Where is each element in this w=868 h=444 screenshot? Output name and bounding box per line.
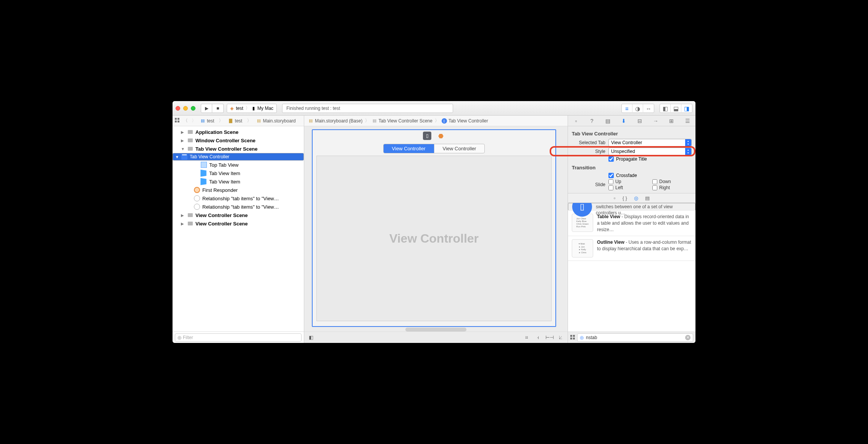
- outline-row-responder[interactable]: First Responder: [173, 186, 304, 194]
- editor-panel: ▤Main.storyboard (Base) 〉 ▤Tab View Cont…: [304, 116, 568, 343]
- zoom-button[interactable]: [191, 106, 195, 111]
- selected-tab-select[interactable]: View Controller▴▾: [608, 139, 692, 146]
- minimize-button[interactable]: [183, 106, 188, 111]
- tab-content-view[interactable]: View Controller: [316, 156, 552, 321]
- style-select[interactable]: Unspecified▴▾: [608, 148, 692, 155]
- nav-forward-button[interactable]: 〉: [192, 117, 196, 124]
- document-outline[interactable]: ▶Application Scene ▶Window Controller Sc…: [173, 126, 304, 331]
- effects-inspector-tab[interactable]: ☰: [684, 118, 691, 124]
- slide-up-option[interactable]: Up: [608, 179, 642, 184]
- clear-search-button[interactable]: ✕: [685, 335, 691, 340]
- close-button[interactable]: [176, 106, 180, 111]
- attributes-inspector-tab[interactable]: ⬇: [620, 118, 627, 124]
- filter-placeholder: Filter: [183, 335, 193, 340]
- nav-back-button[interactable]: 〈: [183, 117, 188, 124]
- outline-row-segue[interactable]: Relationship "tab items" to "View…: [173, 203, 304, 211]
- crumb-project[interactable]: ▤test: [200, 118, 214, 124]
- library-search[interactable]: ◎ nstab ✕: [577, 333, 693, 342]
- toggle-debug-button[interactable]: ⬓: [671, 104, 681, 113]
- transition-header: Transition: [572, 165, 692, 171]
- navigator-tabs: 〈 〉 ▤test 〉 ▇test 〉 ▤Main.storyboard: [173, 116, 304, 126]
- align-button[interactable]: ⊢⊣: [545, 335, 553, 340]
- propagate-title-row: Propagate Title: [608, 156, 692, 162]
- scene-row[interactable]: ▶View Controller Scene: [173, 211, 304, 219]
- scene-icon: [187, 220, 193, 227]
- library-tabs: ▫ { } ◎ ▤: [568, 193, 695, 203]
- outline-toggle-button[interactable]: ◧: [307, 335, 315, 340]
- canvas-tab-1[interactable]: View Controller: [434, 144, 485, 153]
- library-view-mode-button[interactable]: [570, 334, 575, 341]
- crumb-folder[interactable]: ▇test: [228, 118, 242, 124]
- embed-button[interactable]: ⫞: [534, 335, 542, 340]
- editor-footer: ◧ ⌗ ⫞ ⊢⊣ ⟀: [304, 331, 568, 343]
- xcode-app-icon: ◈: [230, 106, 234, 111]
- slide-left-option[interactable]: Left: [608, 185, 642, 190]
- slide-up-checkbox[interactable]: [608, 179, 613, 184]
- scene-icon: [187, 212, 193, 218]
- outline-row-segue[interactable]: Relationship "tab items" to "View…: [173, 194, 304, 203]
- slide-down-option[interactable]: Down: [652, 179, 686, 184]
- folder-icon: ▇: [228, 118, 233, 124]
- pin-button[interactable]: ⟀: [557, 335, 565, 340]
- jump-bar[interactable]: ▤Main.storyboard (Base) 〉 ▤Tab View Cont…: [304, 116, 568, 126]
- scheme-selector[interactable]: ◈ test 〉 ▮ My Mac: [227, 104, 277, 113]
- run-stop-segment: ▶ ■: [201, 104, 224, 113]
- traffic-lights: [176, 106, 195, 111]
- propagate-title-checkbox[interactable]: [608, 156, 614, 162]
- help-inspector-tab[interactable]: ?: [589, 118, 595, 124]
- doc-icon: ▤: [200, 118, 205, 124]
- library-item[interactable]: ▾ Matt ▸ Jon ▸ Kelly ▸ Chris Outline Vie…: [568, 236, 695, 261]
- media-lib-tab[interactable]: ▤: [645, 195, 650, 201]
- canvas-area[interactable]: ▯ ⬣ View Controller View Controller View…: [304, 126, 568, 331]
- canvas-scrollbar[interactable]: [405, 328, 466, 331]
- standard-editor-button[interactable]: ≡: [622, 104, 632, 113]
- crumb-storyboard[interactable]: ▤Main.storyboard: [256, 118, 296, 124]
- trait-variation-button[interactable]: ⌗: [523, 335, 530, 341]
- crossfade-checkbox[interactable]: [608, 173, 614, 178]
- xcode-window: ▶ ■ ◈ test 〉 ▮ My Mac Finished running t…: [173, 101, 695, 343]
- size-inspector-tab[interactable]: ⊟: [636, 118, 643, 124]
- scene-row[interactable]: ▶Window Controller Scene: [173, 136, 304, 145]
- library-item[interactable]: ▯ Tab View Controller - A view controlle…: [568, 203, 695, 211]
- propagate-title-label: Propagate Title: [616, 156, 647, 162]
- slide-label: Slide: [572, 182, 605, 187]
- object-library[interactable]: ▯ Tab View Controller - A view controlle…: [568, 203, 695, 331]
- outline-row[interactable]: Top Tab View: [173, 161, 304, 169]
- object-lib-tab[interactable]: ◎: [634, 195, 638, 201]
- file-template-lib-tab[interactable]: ▫: [614, 195, 616, 201]
- outline-row[interactable]: Tab View Item: [173, 177, 304, 186]
- scene-row[interactable]: ▶Application Scene: [173, 128, 304, 136]
- slide-right-option[interactable]: Right: [652, 185, 686, 190]
- slide-down-checkbox[interactable]: [652, 179, 657, 184]
- scene-row[interactable]: ▼Tab View Controller Scene: [173, 145, 304, 153]
- canvas-tab-0[interactable]: View Controller: [384, 144, 434, 153]
- tab-strip: View Controller View Controller: [383, 144, 485, 153]
- version-editor-button[interactable]: ↔: [643, 104, 654, 113]
- scene-row[interactable]: ▶View Controller Scene: [173, 219, 304, 228]
- viewcontroller-dock-icon[interactable]: ▯: [423, 132, 431, 140]
- crumb-scene[interactable]: ▤Tab View Controller Scene: [372, 118, 432, 124]
- crumb-vc[interactable]: ▯Tab View Controller: [442, 118, 488, 124]
- connections-inspector-tab[interactable]: →: [652, 118, 659, 124]
- bindings-inspector-tab[interactable]: ⊞: [668, 118, 675, 124]
- toggle-inspector-button[interactable]: ◨: [681, 104, 692, 113]
- outline-row[interactable]: Tab View Item: [173, 169, 304, 177]
- stop-button[interactable]: ■: [212, 104, 224, 113]
- crumb-base[interactable]: ▤Main.storyboard (Base): [308, 118, 363, 124]
- outline-row-tabvc[interactable]: ▼Tab View Controller: [173, 153, 304, 161]
- canvas-tabbar: View Controller View Controller: [313, 144, 555, 153]
- run-button[interactable]: ▶: [201, 104, 212, 113]
- assistant-editor-button[interactable]: ◑: [632, 104, 643, 113]
- toggle-navigator-button[interactable]: ◧: [660, 104, 671, 113]
- scheme-destination: My Mac: [257, 106, 273, 111]
- navigator-filter[interactable]: ◎ Filter: [175, 333, 302, 342]
- identity-inspector-tab[interactable]: ▤: [604, 118, 611, 124]
- related-items-icon[interactable]: [175, 118, 179, 124]
- tab-view-controller-canvas[interactable]: ▯ ⬣ View Controller View Controller View…: [312, 129, 556, 327]
- slide-right-checkbox[interactable]: [652, 185, 657, 190]
- first-responder-dock-icon[interactable]: ⬣: [437, 132, 445, 140]
- scene-icon: ▤: [372, 118, 377, 124]
- slide-left-checkbox[interactable]: [608, 185, 613, 190]
- file-inspector-tab[interactable]: ▫: [573, 118, 579, 124]
- code-snippet-lib-tab[interactable]: { }: [623, 195, 627, 201]
